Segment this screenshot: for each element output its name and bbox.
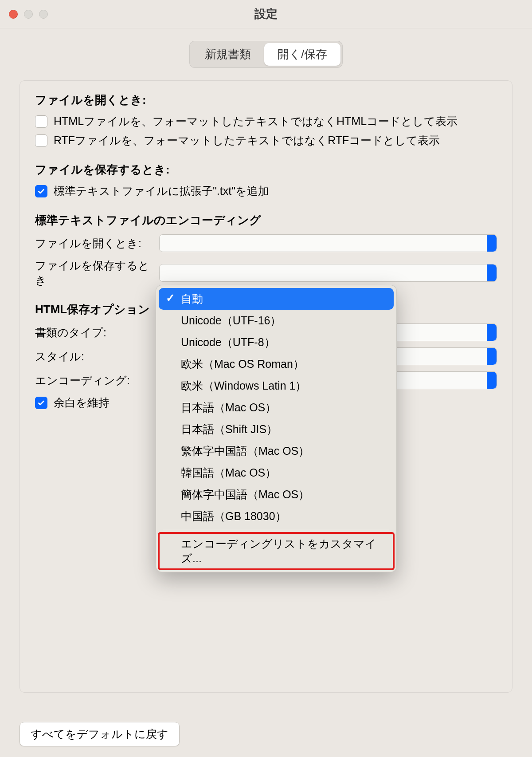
encoding-save-label: ファイルを保存するとき bbox=[35, 258, 159, 288]
encoding-menu-item[interactable]: 韓国語（Mac OS） bbox=[159, 462, 394, 484]
checkbox-html-code-label: HTMLファイルを、フォーマットしたテキストではなくHTMLコードとして表示 bbox=[54, 114, 458, 129]
encoding-menu-item[interactable]: 簡体字中国語（Mac OS） bbox=[159, 484, 394, 505]
window-title: 設定 bbox=[0, 6, 532, 22]
tab-open-save[interactable]: 開く/保存 bbox=[264, 43, 340, 66]
encoding-menu-item[interactable]: 中国語（GB 18030） bbox=[159, 505, 394, 527]
encoding-section-heading: 標準テキストファイルのエンコーディング bbox=[35, 213, 497, 228]
close-icon[interactable] bbox=[9, 10, 18, 19]
encoding-open-label: ファイルを開くとき: bbox=[35, 236, 159, 251]
checkbox-rtf-code[interactable] bbox=[35, 134, 47, 147]
traffic-lights bbox=[9, 10, 48, 19]
html-encoding-label: エンコーディング: bbox=[35, 373, 159, 388]
minimize-icon[interactable] bbox=[24, 10, 33, 19]
encoding-menu-item[interactable]: Unicode（UTF-16） bbox=[159, 310, 394, 331]
encoding-menu-item[interactable]: 日本語（Mac OS） bbox=[159, 397, 394, 418]
open-rtf-code-row: RTFファイルを、フォーマットしたテキストではなくRTFコードとして表示 bbox=[35, 133, 497, 148]
checkbox-html-code[interactable] bbox=[35, 115, 47, 128]
save-section-heading: ファイルを保存するとき: bbox=[35, 162, 497, 177]
open-html-code-row: HTMLファイルを、フォーマットしたテキストではなくHTMLコードとして表示 bbox=[35, 114, 497, 129]
encoding-menu-item[interactable]: 欧米（Windows Latin 1） bbox=[159, 375, 394, 397]
titlebar: 設定 bbox=[0, 0, 532, 28]
reset-defaults-button[interactable]: すべてをデフォルトに戻す bbox=[20, 722, 180, 746]
content-area: 新規書類 開く/保存 ファイルを開くとき: HTMLファイルを、フォーマットした… bbox=[0, 28, 532, 693]
encoding-menu-item[interactable]: 日本語（Shift JIS） bbox=[159, 418, 394, 440]
html-doctype-label: 書類のタイプ: bbox=[35, 325, 159, 340]
open-section-heading: ファイルを開くとき: bbox=[35, 92, 497, 108]
save-txt-ext-row: 標準テキストファイルに拡張子".txt"を追加 bbox=[35, 184, 497, 198]
encoding-save-row: ファイルを保存するとき bbox=[35, 258, 497, 288]
tab-new-document[interactable]: 新規書類 bbox=[192, 43, 264, 66]
checkbox-txt-ext-label: 標準テキストファイルに拡張子".txt"を追加 bbox=[54, 184, 269, 198]
zoom-icon[interactable] bbox=[39, 10, 48, 19]
encoding-menu-item[interactable]: 繁体字中国語（Mac OS） bbox=[159, 440, 394, 462]
checkbox-preserve-margin-label: 余白を維持 bbox=[54, 395, 110, 410]
encoding-save-dropdown[interactable] bbox=[159, 264, 497, 282]
menu-divider bbox=[163, 530, 389, 530]
checkbox-txt-ext[interactable] bbox=[35, 185, 47, 197]
menu-customize-encoding-list[interactable]: エンコーディングリストをカスタマイズ... bbox=[159, 533, 394, 569]
encoding-menu-list: 自動Unicode（UTF-16）Unicode（UTF-8）欧米（Mac OS… bbox=[159, 288, 394, 527]
settings-panel: ファイルを開くとき: HTMLファイルを、フォーマットしたテキストではなくHTM… bbox=[20, 80, 512, 693]
html-style-label: スタイル: bbox=[35, 349, 159, 364]
encoding-open-row: ファイルを開くとき: bbox=[35, 234, 497, 252]
checkbox-preserve-margin[interactable] bbox=[35, 397, 47, 409]
encoding-open-dropdown[interactable] bbox=[159, 234, 497, 252]
tab-segment: 新規書類 開く/保存 bbox=[189, 41, 343, 68]
checkbox-rtf-code-label: RTFファイルを、フォーマットしたテキストではなくRTFコードとして表示 bbox=[54, 133, 440, 148]
encoding-popover: 自動Unicode（UTF-16）Unicode（UTF-8）欧米（Mac OS… bbox=[156, 285, 397, 572]
encoding-menu-item[interactable]: Unicode（UTF-8） bbox=[159, 331, 394, 353]
tab-bar: 新規書類 開く/保存 bbox=[20, 41, 512, 68]
encoding-menu-item[interactable]: 自動 bbox=[159, 288, 394, 310]
encoding-menu-item[interactable]: 欧米（Mac OS Roman） bbox=[159, 353, 394, 375]
